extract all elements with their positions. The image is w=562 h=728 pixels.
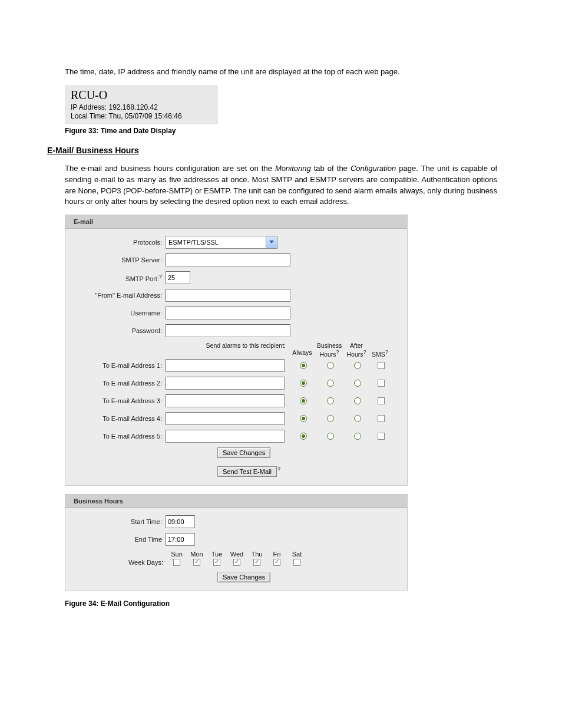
chevron-down-icon: [266, 236, 277, 248]
recipient-sms-checkbox[interactable]: [378, 415, 385, 422]
business-hours-panel: Business Hours Start Time: End Time SunM…: [65, 494, 408, 591]
recipient-columns-header: Send alarms to this recipient: Always Bu…: [75, 342, 398, 358]
recipient-after-radio[interactable]: [354, 380, 361, 387]
recipient-after-radio[interactable]: [354, 362, 361, 369]
username-input[interactable]: [166, 307, 290, 319]
business-hours-header: Business Hours: [65, 495, 407, 508]
protocols-label: Protocols:: [75, 239, 166, 246]
end-time-input[interactable]: [166, 533, 195, 546]
email-panel-header: E-mail: [65, 215, 407, 229]
smtp-server-input[interactable]: [166, 253, 290, 266]
recipient-business-radio[interactable]: [327, 362, 334, 369]
weekday-col-label: Fri: [267, 551, 287, 558]
recipient-sms-checkbox[interactable]: [378, 380, 385, 387]
recipient-sms-checkbox[interactable]: [378, 397, 385, 404]
start-time-label: Start Time:: [75, 518, 166, 525]
password-input[interactable]: [166, 324, 290, 337]
bh-save-changes-button[interactable]: Save Changes: [217, 572, 270, 582]
weekday-checkbox-thu[interactable]: [253, 559, 260, 566]
recipient-business-radio[interactable]: [327, 433, 334, 440]
device-title: RCU-O: [71, 88, 212, 102]
weekday-checkbox-tue[interactable]: [213, 559, 220, 566]
recipient-business-radio[interactable]: [327, 380, 334, 387]
recipient-after-radio[interactable]: [354, 415, 361, 422]
recipient-row: To E-mail Address 4:: [75, 412, 398, 425]
recipient-label: To E-mail Address 5:: [75, 433, 166, 440]
recipient-label: To E-mail Address 3:: [75, 397, 166, 404]
intro-paragraph: The time, date, IP address and friendly …: [65, 67, 497, 78]
ip-address-line: IP Address: 192.168.120.42: [71, 103, 212, 111]
weekday-col-label: Sat: [287, 551, 307, 558]
recipient-sms-checkbox[interactable]: [378, 433, 385, 440]
section-heading: E-Mail/ Business Hours: [47, 146, 497, 155]
recipient-email-input[interactable]: [166, 394, 285, 407]
password-label: Password:: [75, 327, 166, 334]
recipient-always-radio[interactable]: [300, 397, 307, 404]
smtp-server-label: SMTP Server:: [75, 256, 166, 263]
weekday-header: SunMonTueWedThuFriSat: [75, 551, 398, 558]
recipient-email-input[interactable]: [166, 430, 285, 443]
weekday-checkbox-mon[interactable]: [193, 559, 200, 566]
from-address-label: "From" E-mail Address:: [75, 292, 166, 299]
figure-33-caption: Figure 33: Time and Date Display: [65, 127, 497, 135]
local-time-line: Local Time: Thu, 05/07/09 15:46:46: [71, 112, 212, 120]
recipient-business-radio[interactable]: [327, 415, 334, 422]
weekday-checkbox-sun[interactable]: [173, 559, 180, 566]
recipient-always-radio[interactable]: [300, 433, 307, 440]
smtp-port-label: SMTP Port:?: [75, 274, 166, 282]
protocols-select[interactable]: ESMTP/TLS/SSL: [166, 236, 277, 249]
end-time-label: End Time: [75, 536, 166, 543]
figure-34-caption: Figure 34: E-Mail Configuration: [65, 599, 497, 608]
username-label: Username:: [75, 309, 166, 317]
recipient-email-input[interactable]: [166, 359, 285, 372]
recipient-after-radio[interactable]: [354, 397, 361, 404]
recipient-label: To E-mail Address 2:: [75, 380, 166, 387]
recipient-row: To E-mail Address 5:: [75, 430, 398, 443]
recipient-business-radio[interactable]: [327, 397, 334, 404]
recipient-email-input[interactable]: [166, 412, 285, 425]
weekday-col-label: Wed: [227, 551, 247, 558]
send-test-email-button[interactable]: Send Test E-Mail: [217, 466, 277, 477]
save-changes-button[interactable]: Save Changes: [217, 447, 270, 458]
recipient-row: To E-mail Address 2:: [75, 377, 398, 390]
weekday-checkbox-fri[interactable]: [273, 559, 280, 566]
weekday-col-label: Sun: [167, 551, 187, 558]
recipient-label: To E-mail Address 4:: [75, 415, 166, 422]
recipient-after-radio[interactable]: [354, 433, 361, 440]
weekday-checkbox-sat[interactable]: [293, 559, 300, 566]
from-address-input[interactable]: [166, 289, 290, 302]
recipient-always-radio[interactable]: [300, 380, 307, 387]
recipient-sms-checkbox[interactable]: [378, 362, 385, 369]
recipient-row: To E-mail Address 3:: [75, 394, 398, 407]
weekdays-label: Week Days:: [75, 559, 167, 566]
figure-33-box: RCU-O IP Address: 192.168.120.42 Local T…: [65, 85, 218, 124]
recipient-email-input[interactable]: [166, 377, 285, 390]
recipient-row: To E-mail Address 1:: [75, 359, 398, 372]
recipient-always-radio[interactable]: [300, 415, 307, 422]
section-body: The e-mail and business hours configurat…: [65, 163, 497, 207]
recipient-label: To E-mail Address 1:: [75, 362, 166, 369]
smtp-port-input[interactable]: [166, 271, 190, 284]
weekday-col-label: Thu: [247, 551, 267, 558]
email-panel: E-mail Protocols: ESMTP/TLS/SSL SMTP Ser…: [65, 215, 408, 486]
weekday-checkbox-wed[interactable]: [233, 559, 240, 566]
weekday-col-label: Mon: [187, 551, 207, 558]
recipient-always-radio[interactable]: [300, 362, 307, 369]
start-time-input[interactable]: [166, 515, 195, 528]
weekday-col-label: Tue: [207, 551, 227, 558]
